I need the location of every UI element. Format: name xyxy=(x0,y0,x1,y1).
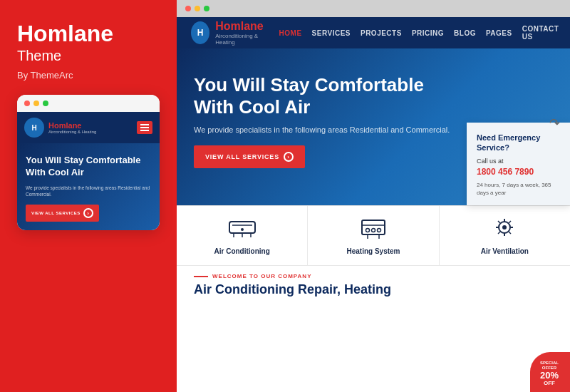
dot-green xyxy=(43,100,48,106)
site-hero: You Will Stay Comfortable With Cool Air … xyxy=(177,48,570,205)
services-row: Air Conditioning Heating System xyxy=(177,205,570,265)
emergency-call-label: Call us at xyxy=(477,158,560,165)
mobile-hero-desc: We provide specialists in the following … xyxy=(26,185,151,197)
svg-rect-0 xyxy=(229,222,255,233)
mobile-logo-text-wrap: Homlane Airconditioning & Heating xyxy=(48,121,96,134)
nav-logo-part2: lane xyxy=(241,20,264,32)
mobile-logo-part1: Hom xyxy=(48,121,66,130)
browser-dot-red xyxy=(185,6,191,11)
emergency-card: Need Emergency Service? ↷ Call us at 180… xyxy=(467,123,570,205)
hamburger-line xyxy=(140,127,149,128)
mobile-view-all-btn[interactable]: VIEW ALL SERVICES › xyxy=(26,205,99,222)
service-item-heating[interactable]: Heating System xyxy=(308,206,439,265)
svg-line-20 xyxy=(509,232,511,234)
site-nav-logo: H Homlane Airconditioning & Heating xyxy=(191,20,268,46)
emergency-phone-icon: ↷ xyxy=(549,115,560,131)
special-offer-off: Off xyxy=(544,380,555,386)
hero-desc: We provide specialists in the following … xyxy=(194,125,450,134)
brand-subtitle: Theme xyxy=(17,48,160,64)
nav-logo-icon: H xyxy=(191,21,209,44)
dot-red xyxy=(24,100,30,106)
mobile-btn-arrow: › xyxy=(83,208,93,218)
nav-link-pages[interactable]: PAGES xyxy=(486,29,512,37)
heating-icon xyxy=(358,216,389,242)
by-line: By ThemeArc xyxy=(17,70,160,81)
svg-point-14 xyxy=(502,225,507,229)
emergency-phone: 1800 456 7890 xyxy=(477,167,560,177)
nav-link-pricing[interactable]: PRICING xyxy=(412,29,444,37)
right-panel: H Homlane Airconditioning & Heating HOME… xyxy=(177,0,570,392)
special-offer-badge: SPECIALOFFER 20% Off xyxy=(530,352,570,392)
svg-line-22 xyxy=(498,232,500,234)
dot-yellow xyxy=(33,100,39,106)
nav-link-projects[interactable]: PROJECTS xyxy=(361,29,402,37)
air-conditioning-label: Air Conditioning xyxy=(214,247,270,255)
mobile-logo-area: H Homlane Airconditioning & Heating xyxy=(24,118,96,138)
svg-point-8 xyxy=(366,229,369,232)
mobile-logo-icon: H xyxy=(24,118,44,138)
mobile-card-bar xyxy=(17,95,160,112)
hamburger-line xyxy=(140,130,149,131)
hero-btn-label: VIEW ALL SERVICES xyxy=(205,153,279,160)
brand-title: Homlane xyxy=(17,21,160,46)
website-preview: H Homlane Airconditioning & Heating HOME… xyxy=(177,17,570,392)
bottom-title: Air Conditioning Repair, Heating xyxy=(194,282,553,297)
nav-link-blog[interactable]: BLOG xyxy=(454,29,476,37)
ventilation-label: Air Ventilation xyxy=(481,247,529,255)
mobile-btn-label: VIEW ALL SERVICES xyxy=(31,211,81,215)
special-offer-percent: 20% xyxy=(540,371,559,380)
mobile-hero-title: You Will Stay Comfortable With Cool Air xyxy=(26,155,151,179)
heating-label: Heating System xyxy=(346,247,400,255)
svg-point-2 xyxy=(241,228,244,231)
nav-logo-part1: Hom xyxy=(215,20,241,32)
emergency-hours: 24 hours, 7 days a week, 365 days a year xyxy=(477,181,560,197)
nav-link-services[interactable]: SERVICES xyxy=(312,29,351,37)
hero-btn-arrow-icon: › xyxy=(284,152,294,162)
hamburger-line xyxy=(140,124,149,125)
welcome-tag: WELCOME TO OUR COMPANY xyxy=(194,273,553,279)
special-offer-tag: SPECIALOFFER xyxy=(540,361,559,371)
browser-dot-green xyxy=(204,6,209,11)
mobile-logo-sub: Airconditioning & Heating xyxy=(48,130,96,134)
hero-view-all-btn[interactable]: VIEW ALL SERVICES › xyxy=(194,145,305,168)
svg-point-10 xyxy=(377,229,380,232)
service-item-air-conditioning[interactable]: Air Conditioning xyxy=(177,206,308,265)
nav-logo-text: Homlane xyxy=(215,20,267,33)
mobile-logo-text: Homlane xyxy=(48,121,96,130)
air-conditioning-icon xyxy=(227,216,258,242)
hamburger-icon[interactable] xyxy=(137,121,152,134)
emergency-title: Need Emergency Service? xyxy=(477,133,549,153)
svg-line-19 xyxy=(498,221,500,223)
svg-line-21 xyxy=(509,221,511,223)
browser-dot-yellow xyxy=(195,6,200,11)
nav-link-home[interactable]: HOME xyxy=(279,29,302,37)
browser-bar xyxy=(177,0,570,17)
nav-links: HOME SERVICES PROJECTS PRICING BLOG PAGE… xyxy=(279,25,559,41)
nav-link-contact[interactable]: CONTACT US xyxy=(522,25,559,41)
nav-logo-sub: Airconditioning & Heating xyxy=(215,33,267,46)
hero-title: You Will Stay Comfortable With Cool Air xyxy=(194,74,465,118)
svg-point-9 xyxy=(371,229,375,232)
bottom-section: WELCOME TO OUR COMPANY Air Conditioning … xyxy=(177,265,570,392)
service-item-ventilation[interactable]: Air Ventilation xyxy=(440,206,570,265)
mobile-preview-card: H Homlane Airconditioning & Heating You … xyxy=(17,95,160,230)
ventilation-icon xyxy=(489,216,520,242)
mobile-hero: You Will Stay Comfortable With Cool Air … xyxy=(17,143,160,230)
nav-logo-text-wrap: Homlane Airconditioning & Heating xyxy=(215,20,267,46)
mobile-nav: H Homlane Airconditioning & Heating xyxy=(17,112,160,143)
mobile-logo-part2: lane xyxy=(66,121,81,130)
left-panel: Homlane Theme By ThemeArc H Homlane Airc… xyxy=(0,0,177,392)
site-nav: H Homlane Airconditioning & Heating HOME… xyxy=(177,17,570,48)
